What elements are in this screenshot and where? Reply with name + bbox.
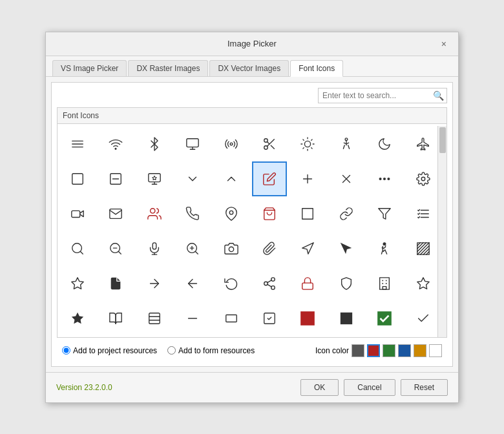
svg-point-43 xyxy=(229,211,233,214)
close-button[interactable]: × xyxy=(437,37,450,50)
icon-square[interactable] xyxy=(290,196,325,231)
icon-pin[interactable] xyxy=(214,196,249,231)
color-swatch-dark[interactable] xyxy=(352,344,364,357)
icon-chevron-up[interactable] xyxy=(214,161,249,196)
svg-rect-92 xyxy=(149,313,160,324)
icon-walk[interactable] xyxy=(367,231,402,266)
tab-font-icons[interactable]: Font Icons xyxy=(290,60,343,77)
svg-point-78 xyxy=(271,277,275,281)
svg-line-24 xyxy=(343,145,344,149)
icon-radio[interactable] xyxy=(214,127,249,161)
icon-color-red[interactable] xyxy=(290,301,325,336)
scrollbar[interactable] xyxy=(437,126,446,337)
icon-pencil[interactable] xyxy=(252,161,287,196)
tab-dx-raster-images[interactable]: DX Raster Images xyxy=(128,60,208,76)
icon-search-plus[interactable] xyxy=(175,231,210,266)
svg-marker-63 xyxy=(302,242,313,253)
icon-shield[interactable] xyxy=(329,266,364,301)
icon-monitor[interactable] xyxy=(175,127,210,161)
svg-rect-89 xyxy=(383,286,386,289)
icon-checkbox-check[interactable] xyxy=(252,301,287,336)
color-swatch-orange[interactable] xyxy=(414,344,426,357)
icon-check-green[interactable] xyxy=(367,301,402,336)
reset-button[interactable]: Reset xyxy=(401,379,448,396)
icon-star-badge[interactable] xyxy=(60,266,95,301)
ok-button[interactable]: OK xyxy=(300,379,339,396)
icon-send-outline[interactable] xyxy=(290,231,325,266)
icon-hatch-pattern[interactable] xyxy=(406,231,441,266)
icon-star-filled[interactable] xyxy=(60,301,95,336)
icon-send-filled[interactable] xyxy=(329,231,364,266)
icon-shopping-bag[interactable] xyxy=(252,196,287,231)
search-input[interactable] xyxy=(319,88,446,103)
icon-chevron-down[interactable] xyxy=(175,161,210,196)
svg-line-59 xyxy=(195,251,198,254)
icon-share[interactable] xyxy=(252,266,287,301)
icon-paperclip[interactable] xyxy=(252,231,287,266)
radio-form-input[interactable] xyxy=(167,346,176,355)
icon-video-camera[interactable] xyxy=(60,196,95,231)
icon-settings[interactable] xyxy=(406,161,441,196)
icon-checkbox-empty[interactable] xyxy=(60,161,95,196)
icon-arrow-right[interactable] xyxy=(137,266,172,301)
icon-check-outline[interactable] xyxy=(406,301,441,336)
icon-mail[interactable] xyxy=(98,196,133,231)
icon-plane[interactable] xyxy=(406,127,441,161)
icon-arrow-left[interactable] xyxy=(175,266,210,301)
icon-hamburger-menu[interactable] xyxy=(60,127,95,161)
icon-phone[interactable] xyxy=(175,196,210,231)
tab-vs-image-picker[interactable]: VS Image Picker xyxy=(52,60,127,76)
svg-rect-99 xyxy=(341,312,352,324)
icon-checkbox-partial[interactable] xyxy=(98,161,133,196)
color-swatch-green[interactable] xyxy=(383,344,395,357)
svg-point-3 xyxy=(115,148,116,149)
footer-buttons: OK Cancel Reset xyxy=(300,379,448,396)
icon-camera[interactable] xyxy=(214,231,249,266)
cancel-button[interactable]: Cancel xyxy=(344,379,395,396)
icon-book-open[interactable] xyxy=(98,301,133,336)
icon-wifi[interactable] xyxy=(98,127,133,161)
svg-marker-75 xyxy=(72,277,83,288)
icon-lock[interactable] xyxy=(290,266,325,301)
icon-user-group[interactable] xyxy=(137,196,172,231)
icon-minus[interactable] xyxy=(175,301,210,336)
icon-search-minus[interactable] xyxy=(98,231,133,266)
icon-sun[interactable] xyxy=(290,127,325,161)
icon-file-dark[interactable] xyxy=(98,266,133,301)
radio-project[interactable]: Add to project resources xyxy=(62,346,157,355)
icon-star-outline[interactable] xyxy=(406,266,441,301)
svg-point-79 xyxy=(264,282,268,285)
icon-list-check[interactable] xyxy=(406,196,441,231)
icon-building[interactable] xyxy=(367,266,402,301)
svg-line-20 xyxy=(303,147,304,148)
icon-moon[interactable] xyxy=(367,127,402,161)
svg-line-12 xyxy=(267,141,269,144)
dialog-title: Image Picker xyxy=(67,39,437,48)
icon-person-standing[interactable] xyxy=(329,127,364,161)
content-area: 🔍 Font Icons xyxy=(51,82,453,367)
icons-panel: Font Icons xyxy=(57,107,447,338)
tab-dx-vector-images[interactable]: DX Vector Images xyxy=(209,60,289,76)
icon-search[interactable] xyxy=(60,231,95,266)
icon-monitor-star[interactable] xyxy=(137,161,172,196)
icon-bluetooth[interactable] xyxy=(137,127,172,161)
icon-microphone[interactable] xyxy=(137,231,172,266)
icon-plus[interactable] xyxy=(290,161,325,196)
color-swatch-blue[interactable] xyxy=(398,344,411,357)
svg-point-37 xyxy=(379,178,381,180)
svg-rect-41 xyxy=(72,211,80,217)
icon-refresh[interactable] xyxy=(214,266,249,301)
icon-link[interactable] xyxy=(329,196,364,231)
icon-rect-outline[interactable] xyxy=(214,301,249,336)
icon-layout[interactable] xyxy=(137,301,172,336)
icon-scissors[interactable] xyxy=(252,127,287,161)
color-swatch-white[interactable] xyxy=(429,344,442,357)
radio-project-input[interactable] xyxy=(62,346,70,355)
icon-filter[interactable] xyxy=(367,196,402,231)
search-icon-button[interactable]: 🔍 xyxy=(433,90,444,101)
icon-color-black[interactable] xyxy=(329,301,364,336)
color-swatch-red[interactable] xyxy=(367,344,380,357)
radio-form[interactable]: Add to form resources xyxy=(167,346,255,355)
icon-ellipsis[interactable] xyxy=(367,161,402,196)
icon-x-close[interactable] xyxy=(329,161,364,196)
